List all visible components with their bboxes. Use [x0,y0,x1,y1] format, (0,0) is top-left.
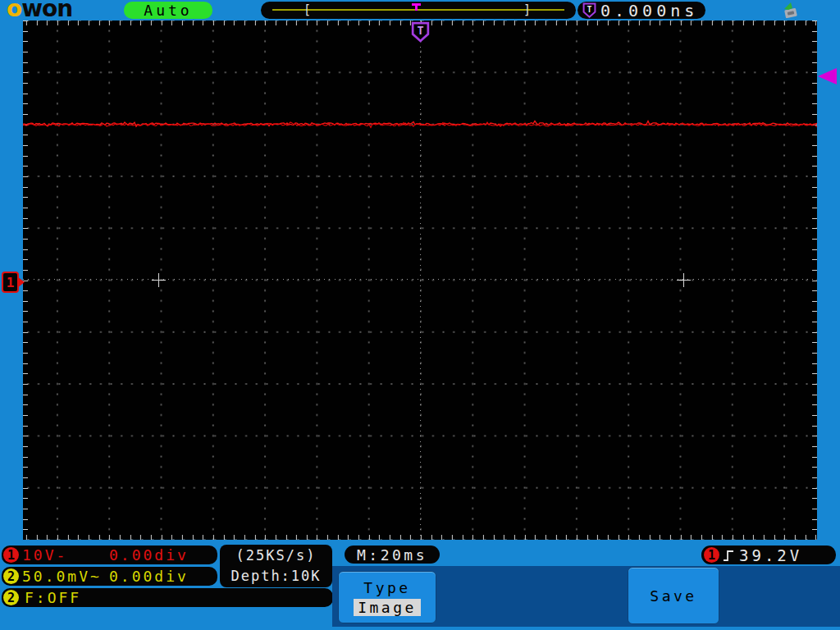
window-bracket-left: [ [304,2,311,18]
ch2-status-row: 2 50.0mV~ 0.00div [2,567,217,586]
timebase-value: M:20ms [357,546,427,564]
ch2-badge: 2 [3,568,19,584]
trigger-mode-badge: Auto [124,2,212,19]
trigger-position-bar: [ ] [261,2,576,19]
type-button[interactable]: Type Image [338,571,436,623]
trigger-time-pill: T 0.000ns [578,2,705,19]
ch1-waveform-trace [23,21,817,540]
trigger-level-value: 39.2V [739,546,802,564]
ch1-status-row: 1 10V- 0.00div [2,546,217,564]
window-bracket-right: ] [523,2,531,18]
ch1-marker-label: 1 [7,275,15,290]
memory-window-line [272,9,564,11]
waveform-display-grid: T [23,21,817,540]
trigger-status-pill: 1 39.2V [701,546,836,564]
trigger-position-t-icon [412,3,421,6]
trigger-position-marker[interactable]: T [409,21,431,43]
ch1-position-marker[interactable]: 1 [2,272,19,293]
ch1-badge: 1 [3,547,19,563]
svg-text:T: T [417,24,423,37]
sample-rate: (25KS/s) [236,546,317,566]
trigger-time-value: 0.000ns [600,2,698,19]
soft-menu-panel: Type Image Save [332,566,840,627]
oscilloscope-screen: owon Auto [ ] T 0.000ns [0,0,840,630]
trigger-source-badge: 1 [704,547,719,563]
logo-o: o [7,0,21,22]
logo-won: won [21,0,72,22]
save-button[interactable]: Save [628,567,719,624]
trigger-shield-icon: T [582,2,597,19]
trigger-level-marker[interactable] [818,68,837,84]
svg-text:T: T [587,4,591,13]
ch2-offset: 0.00div [109,568,189,585]
ch2-freq-value: F:OFF [25,590,81,606]
type-button-label: Type [363,579,410,596]
type-button-value[interactable]: Image [354,599,421,616]
ch2-freq-badge: 2 [3,590,19,605]
trigger-mode-label: Auto [144,2,192,19]
timebase-pill: M:20ms [345,546,440,564]
save-button-label: Save [650,587,696,605]
acquisition-info-box: (25KS/s) Depth:10K [220,545,332,587]
rising-edge-icon [722,547,737,564]
memory-depth: Depth:10K [231,566,321,587]
usb-storage-icon [778,1,801,21]
ch1-scale: 10V- [22,547,106,564]
ch2-scale: 50.0mV~ [22,568,106,585]
ch1-offset: 0.00div [109,547,189,564]
ch2-freq-row: 2 F:OFF [2,588,333,607]
owon-logo: owon [7,0,72,22]
